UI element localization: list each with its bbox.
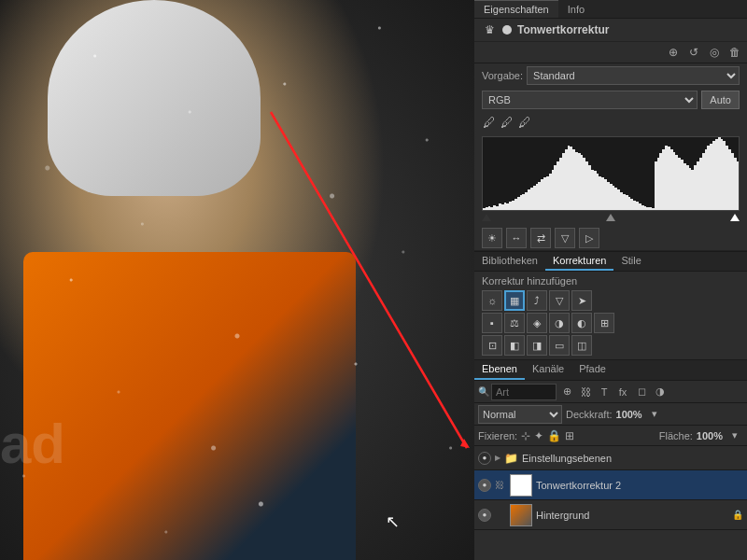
fixieren-label: Fixieren: <box>478 430 517 441</box>
opacity-chevron[interactable]: ▾ <box>646 406 663 423</box>
layer-icon-link[interactable]: ⛓ <box>577 384 594 400</box>
visibility-dot[interactable] <box>502 25 512 35</box>
corr-invert[interactable]: ⊡ <box>482 335 502 356</box>
layer-icon-adj[interactable]: ◑ <box>652 384 669 400</box>
layer-list: ● ▶ 📁 Einstellungsebenen ● ⛓ Tonwertkorr… <box>474 446 747 560</box>
eyedrop-light[interactable]: 🖊 <box>517 114 532 131</box>
corr-levels[interactable]: ▦ <box>504 290 525 311</box>
histogram-container <box>474 133 747 226</box>
panel-action-icons: ⊕ ↺ ◎ 🗑 <box>474 42 747 63</box>
corr-vibrance[interactable]: ▪ <box>482 313 502 333</box>
flaeche-chevron[interactable]: ▾ <box>726 427 743 444</box>
vorgabe-select[interactable]: Standard <box>527 66 740 85</box>
layer-thumb-bg <box>510 504 532 526</box>
layer-lock-icon: 🔒 <box>732 510 743 520</box>
layers-toolbar: 🔍 ⊕ ⛓ T fx ◻ ◑ <box>474 381 747 403</box>
tab-ebenen[interactable]: Ebenen <box>474 360 525 380</box>
tab-pfade[interactable]: Pfade <box>571 360 613 380</box>
layer-icon-mask[interactable]: ◻ <box>633 384 650 400</box>
channel-select[interactable]: RGB <box>482 91 698 109</box>
corr-exposure[interactable]: ▽ <box>549 290 570 311</box>
layer-eye-tonwert[interactable]: ● <box>478 479 491 492</box>
corr-photo[interactable]: ◐ <box>571 313 592 333</box>
corr-grid-row1: ☼ ▦ ⤴ ▽ ➤ <box>482 290 740 311</box>
image-canvas: ad ↖ <box>0 0 474 560</box>
eyedrop-row: 🖊 🖊 🖊 <box>482 114 740 131</box>
tab-info[interactable]: Info <box>558 0 594 18</box>
eyedrop-dark[interactable]: 🖊 <box>482 114 497 131</box>
histogram-controls <box>482 211 740 224</box>
eyedroppers-section: 🖊 🖊 🖊 <box>474 112 747 133</box>
layer-icon-text[interactable]: T <box>596 384 613 400</box>
fix-icon-artboard[interactable]: ⊞ <box>565 429 574 442</box>
group-expand-icon[interactable]: ▶ <box>495 454 500 462</box>
correction-section: Korrektur hinzufügen ☼ ▦ ⤴ ▽ ➤ ▪ ⚖ ◈ ◑ ◐… <box>474 272 747 360</box>
opacity-value[interactable]: 100% <box>616 409 642 420</box>
white-point-slider[interactable] <box>730 214 740 221</box>
tab-eigenschaften[interactable]: Eigenschaften <box>474 0 558 18</box>
tab-korrekturen[interactable]: Korrekturen <box>545 252 613 271</box>
search-icon: 🔍 <box>478 386 489 397</box>
layer-group-name: Einstellungsebenen <box>522 453 743 464</box>
vorgabe-label: Vorgabe: <box>482 70 523 81</box>
panel-title: Tonwertkorrektur <box>517 23 609 36</box>
opacity-label: Deckkraft: <box>566 409 613 420</box>
mid-point-slider[interactable] <box>606 214 615 221</box>
toolbar-icon-1[interactable]: ☀ <box>482 228 502 248</box>
corr-arrow[interactable]: ➤ <box>571 290 592 311</box>
hist-toolbar: ☀ ↔ ⇄ ▽ ▷ <box>474 226 747 251</box>
toolbar-icon-3[interactable]: ⇄ <box>530 228 551 248</box>
corr-colorbal[interactable]: ◈ <box>527 313 547 333</box>
layer-thumb-adj <box>510 474 532 497</box>
fix-icon-position[interactable]: ⊹ <box>521 429 530 442</box>
flaeche-value[interactable]: 100% <box>697 430 723 441</box>
toolbar-icon-5[interactable]: ▷ <box>579 228 599 248</box>
eye-icon[interactable]: ◎ <box>706 44 723 61</box>
panel-top-tabs: Eigenschaften Info <box>474 0 747 19</box>
list-item[interactable]: ● ⛓ Tonwertkorrektur 2 <box>474 470 747 500</box>
delete-icon[interactable]: 🗑 <box>726 44 743 61</box>
layers-section: Ebenen Kanäle Pfade 🔍 ⊕ ⛓ T fx ◻ ◑ Norma… <box>474 360 747 560</box>
histogram-bars <box>483 137 739 210</box>
fill-section: Fläche: 100% ▾ <box>659 427 743 444</box>
eyedrop-mid[interactable]: 🖊 <box>500 114 514 131</box>
fix-icon-lock[interactable]: 🔒 <box>547 429 561 442</box>
corr-channelmix[interactable]: ⊞ <box>594 313 614 333</box>
black-point-slider[interactable] <box>482 214 491 221</box>
tab-stile[interactable]: Stile <box>613 252 648 271</box>
corr-grid-row2: ▪ ⚖ ◈ ◑ ◐ ⊞ <box>482 313 740 333</box>
auto-button[interactable]: Auto <box>701 91 740 109</box>
corr-posterize[interactable]: ◧ <box>504 335 525 356</box>
properties-header: ♛ Tonwertkorrektur <box>474 19 747 42</box>
list-item[interactable]: ● Hintergrund 🔒 <box>474 500 747 530</box>
toolbar-icon-4[interactable]: ▽ <box>555 228 575 248</box>
opacity-row: Deckkraft: 100% ▾ <box>566 406 743 423</box>
toolbar-icon-2[interactable]: ↔ <box>506 228 527 248</box>
layer-icon-filter[interactable]: ⊕ <box>558 384 575 400</box>
corr-label: Korrektur hinzufügen <box>482 275 740 287</box>
layer-search-input[interactable] <box>491 384 557 400</box>
right-panel: Eigenschaften Info ♛ Tonwertkorrektur ⊕ … <box>474 0 747 560</box>
tab-bibliotheken[interactable]: Bibliotheken <box>474 252 545 271</box>
corr-bw[interactable]: ◑ <box>549 313 570 333</box>
layer-name-bg: Hintergrund <box>536 510 728 521</box>
adjustment-icon: ♛ <box>482 22 497 37</box>
reset-icon[interactable]: ↺ <box>685 44 702 61</box>
clip-icon[interactable]: ⊕ <box>665 44 682 61</box>
layer-eye-bg[interactable]: ● <box>478 509 491 522</box>
fixieren-row: Fixieren: ⊹ ✦ 🔒 ⊞ Fläche: 100% ▾ <box>474 426 747 446</box>
corr-selective[interactable]: ◫ <box>571 335 592 356</box>
corr-curves[interactable]: ⤴ <box>527 290 547 311</box>
tab-kanaele[interactable]: Kanäle <box>525 360 571 380</box>
corr-hsl[interactable]: ⚖ <box>504 313 525 333</box>
fix-icon-pixels[interactable]: ✦ <box>534 429 543 442</box>
corr-grid-row3: ⊡ ◧ ◨ ▭ ◫ <box>482 335 740 356</box>
layer-eye-group[interactable]: ● <box>478 452 491 465</box>
layer-icon-fx[interactable]: fx <box>614 384 631 400</box>
list-item[interactable]: ● ▶ 📁 Einstellungsebenen <box>474 446 747 470</box>
blend-mode-select[interactable]: Normal <box>478 405 562 424</box>
vorgabe-row: Vorgabe: Standard <box>474 63 747 88</box>
corr-threshold[interactable]: ◨ <box>527 335 547 356</box>
corr-gradient[interactable]: ▭ <box>549 335 570 356</box>
corr-brightness[interactable]: ☼ <box>482 290 502 311</box>
